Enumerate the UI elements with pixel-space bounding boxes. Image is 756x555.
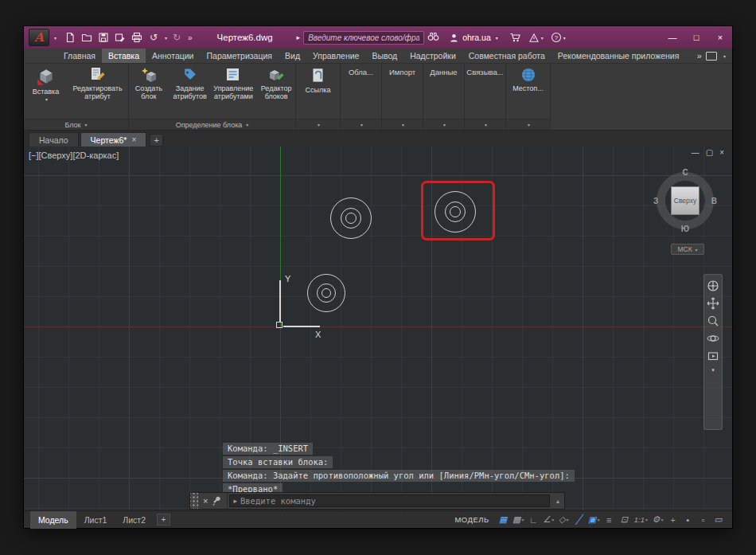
- customize-wrench-icon[interactable]: [212, 496, 222, 506]
- object-snap-toggle[interactable]: ▣▾: [587, 513, 601, 526]
- attach-reference-button[interactable]: Ссылка: [298, 66, 339, 95]
- account-menu[interactable]: ohra.ua ▾: [449, 33, 498, 43]
- open-file-button[interactable]: [80, 31, 94, 45]
- undo-dropdown-icon[interactable]: ▾: [165, 35, 167, 41]
- new-layout-button[interactable]: +: [157, 514, 170, 526]
- viewport-close-icon[interactable]: ×: [719, 148, 724, 157]
- qat-more-icon[interactable]: »: [188, 33, 192, 42]
- units-button[interactable]: ▪: [681, 513, 695, 526]
- showmotion-button[interactable]: [707, 350, 719, 362]
- snap-mode-toggle[interactable]: ▩▾: [512, 513, 525, 526]
- tab-rekomendovannye[interactable]: Рекомендованные приложения: [551, 49, 686, 63]
- new-drawing-tab-button[interactable]: +: [150, 134, 163, 147]
- app-store-button[interactable]: [509, 32, 521, 43]
- lineweight-toggle[interactable]: ≡: [602, 513, 616, 526]
- pan-button[interactable]: [707, 297, 719, 310]
- layout-tab-list2[interactable]: Лист2: [115, 511, 154, 529]
- ribbon-state-dropdown-icon[interactable]: ▾: [723, 53, 726, 59]
- command-history-toggle-icon[interactable]: ▴: [551, 493, 564, 509]
- plot-button[interactable]: [130, 31, 144, 45]
- isodraft-toggle[interactable]: ◇▾: [557, 513, 571, 526]
- create-block-button[interactable]: Создать блок: [129, 66, 169, 101]
- insert-block-button[interactable]: Вставка ▾: [25, 66, 67, 102]
- tab-vid[interactable]: Вид: [279, 49, 306, 63]
- tab-sovmestnaya-rabota[interactable]: Совместная работа: [462, 49, 551, 63]
- tab-vyvod[interactable]: Вывод: [365, 49, 403, 63]
- model-space-label[interactable]: МОДЕЛЬ: [454, 515, 489, 524]
- tab-annotacii[interactable]: Аннотации: [146, 49, 201, 63]
- annotation-monitor-toggle[interactable]: +: [666, 513, 680, 526]
- viewcube-west[interactable]: З: [653, 197, 658, 205]
- zoom-button[interactable]: [707, 315, 719, 327]
- block-reference-3[interactable]: [307, 274, 345, 312]
- viewcube-south[interactable]: Ю: [681, 225, 689, 233]
- redo-button[interactable]: ↻: [170, 31, 184, 45]
- polar-tracking-toggle[interactable]: ∠▾: [542, 513, 555, 526]
- layout-tab-model[interactable]: Модель: [30, 511, 76, 529]
- layout-tab-list1[interactable]: Лист1: [76, 511, 115, 529]
- navigation-wheel-button[interactable]: [707, 279, 719, 292]
- workspace-switching-button[interactable]: ⚙▾: [651, 513, 664, 526]
- tab-vstavka[interactable]: Вставка: [102, 49, 146, 63]
- selection-cycling-toggle[interactable]: ⊡: [618, 513, 631, 526]
- tab-parametrizaciya[interactable]: Параметризация: [201, 49, 279, 63]
- block-editor-button[interactable]: Редактор блоков: [257, 66, 295, 101]
- search-caret-icon[interactable]: ▸: [297, 33, 301, 41]
- orbit-button[interactable]: [707, 332, 719, 345]
- save-button[interactable]: [96, 31, 111, 45]
- search-button[interactable]: [427, 30, 439, 45]
- minimize-button[interactable]: —: [661, 26, 684, 49]
- quick-properties-toggle[interactable]: ▫: [696, 513, 710, 526]
- command-line-grip[interactable]: [190, 493, 198, 509]
- file-tab-drawing[interactable]: Чертеж6* ×: [80, 132, 147, 147]
- clean-screen-button[interactable]: ▭: [711, 513, 725, 526]
- viewcube-north[interactable]: С: [682, 168, 688, 177]
- viewcube-top-face[interactable]: Сверху: [671, 186, 699, 215]
- chevron-down-icon[interactable]: ▾: [54, 35, 57, 41]
- file-tab-start[interactable]: Начало: [29, 132, 79, 147]
- viewport-minimize-icon[interactable]: —: [692, 148, 699, 157]
- help-button[interactable]: ? ▾: [551, 32, 566, 43]
- maximize-button[interactable]: □: [684, 26, 708, 49]
- annotation-scale-button[interactable]: 1:1▾: [633, 513, 649, 526]
- edit-attribute-button[interactable]: Редактировать атрибут: [68, 66, 127, 101]
- grid-display-toggle[interactable]: ▦: [497, 513, 510, 526]
- close-command-line-icon[interactable]: ×: [203, 496, 208, 506]
- autosnap-tracking-toggle[interactable]: ╱: [572, 513, 586, 526]
- navbar-dropdown-icon[interactable]: ▾: [711, 367, 715, 373]
- tab-upravlenie[interactable]: Управление: [306, 49, 365, 63]
- ucs-origin-box[interactable]: [276, 322, 283, 328]
- tab-overflow-icon[interactable]: »: [697, 51, 701, 61]
- panel-footer-linking[interactable]: ▾: [465, 119, 505, 130]
- drawing-canvas[interactable]: [−][Сверху][2D-каркас] — ▢ × Y X С: [24, 147, 732, 510]
- panel-footer-reference[interactable]: ▾: [296, 119, 340, 130]
- block-reference-1[interactable]: [330, 197, 372, 239]
- app-menu-button[interactable]: A: [29, 29, 49, 46]
- tab-nadstroyki[interactable]: Надстройки: [403, 49, 462, 63]
- command-input[interactable]: [240, 496, 546, 506]
- save-as-button[interactable]: [113, 31, 127, 45]
- new-file-button[interactable]: [63, 31, 77, 45]
- tab-glavnaya[interactable]: Главная: [57, 49, 102, 63]
- viewcube-east[interactable]: В: [711, 197, 717, 205]
- wcs-button[interactable]: МСК ▾: [671, 244, 704, 255]
- define-attributes-button[interactable]: Задание атрибутов: [170, 66, 210, 101]
- set-location-button[interactable]: Местоп...: [508, 66, 549, 93]
- undo-button[interactable]: ↺: [146, 31, 161, 45]
- close-tab-icon[interactable]: ×: [131, 135, 136, 144]
- panel-footer-point-cloud[interactable]: ▾: [341, 119, 381, 130]
- notifications-button[interactable]: ▾: [528, 33, 544, 43]
- panel-footer-import[interactable]: ▾: [382, 119, 423, 130]
- panel-footer-location[interactable]: ▾: [506, 119, 550, 130]
- command-input-area[interactable]: ▸: [229, 494, 550, 507]
- viewcube[interactable]: С В Ю З Сверху: [655, 170, 715, 231]
- manage-attributes-button[interactable]: Управление атрибутами: [212, 66, 256, 101]
- ribbon-state-icon[interactable]: [706, 52, 717, 61]
- infer-constraints-toggle[interactable]: ∟: [527, 513, 540, 526]
- close-button[interactable]: ×: [708, 26, 732, 49]
- panel-footer-data[interactable]: ▾: [423, 119, 464, 130]
- viewport-controls-label[interactable]: [−][Сверху][2D-каркас]: [29, 150, 119, 160]
- panel-footer-block-definition[interactable]: Определение блока ▾: [129, 119, 295, 130]
- search-input[interactable]: [303, 31, 424, 45]
- panel-footer-block[interactable]: Блок ▾: [24, 119, 128, 130]
